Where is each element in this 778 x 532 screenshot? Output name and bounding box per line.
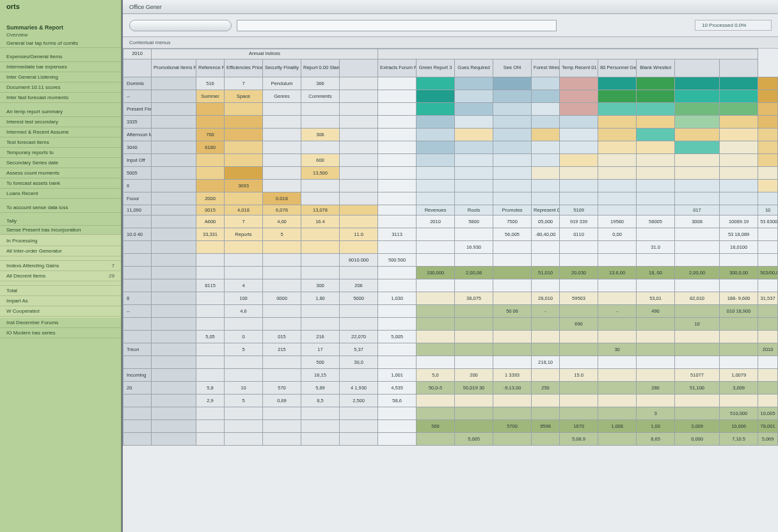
cell[interactable]	[560, 356, 598, 369]
cell[interactable]	[637, 154, 675, 167]
cell[interactable]	[196, 433, 225, 446]
cell[interactable]: Roots	[455, 205, 493, 215]
cell[interactable]	[598, 90, 637, 103]
sidebar-item[interactable]: Loans Recent	[0, 189, 121, 199]
sidebar-item[interactable]: Total	[0, 286, 121, 296]
cell[interactable]	[758, 305, 778, 318]
cell[interactable]	[675, 395, 720, 407]
cell[interactable]	[301, 305, 340, 318]
cell[interactable]	[560, 90, 598, 103]
cell[interactable]	[263, 141, 301, 154]
col-header[interactable]: See Of4	[493, 59, 532, 77]
cell[interactable]	[417, 318, 455, 331]
cell[interactable]: 5,05	[196, 331, 225, 343]
cell[interactable]	[455, 192, 493, 205]
cell[interactable]	[123, 420, 152, 433]
cell[interactable]	[720, 167, 758, 180]
cell[interactable]	[598, 331, 637, 343]
cell[interactable]: Represent 085	[532, 205, 560, 215]
cell[interactable]	[598, 116, 637, 129]
cell[interactable]	[152, 215, 196, 228]
cell[interactable]: 2,9	[196, 395, 225, 407]
cell[interactable]: 306	[301, 129, 340, 141]
cell[interactable]	[152, 343, 196, 356]
sidebar-item[interactable]: An temp report summary	[0, 107, 121, 117]
cell[interactable]	[637, 205, 675, 215]
cell[interactable]	[152, 129, 196, 141]
cell[interactable]	[455, 343, 493, 356]
cell[interactable]	[152, 228, 196, 241]
col-header[interactable]: Security Finality	[263, 59, 301, 77]
cell[interactable]	[378, 180, 417, 192]
cell[interactable]	[378, 141, 417, 154]
cell[interactable]	[560, 254, 598, 267]
cell[interactable]	[675, 279, 720, 292]
cell[interactable]	[675, 343, 720, 356]
cell[interactable]	[675, 228, 720, 241]
cell[interactable]: 3008	[675, 215, 720, 228]
cell[interactable]	[225, 318, 263, 331]
cell[interactable]: Treon	[123, 343, 152, 356]
cell[interactable]: 5000	[340, 292, 378, 305]
cell[interactable]: 015	[263, 331, 301, 343]
col-header[interactable]: Reference FOOS	[196, 59, 225, 77]
sidebar-item[interactable]: Document 10.11 scores	[0, 82, 121, 93]
cell[interactable]	[378, 167, 417, 180]
cell[interactable]	[378, 103, 417, 116]
sidebar-group-line[interactable]: General bar tap forms of comits	[0, 39, 121, 48]
cell[interactable]	[598, 433, 637, 446]
cell[interactable]	[152, 407, 196, 420]
cell[interactable]	[455, 167, 493, 180]
cell[interactable]	[225, 129, 263, 141]
cell[interactable]	[263, 369, 301, 382]
sidebar-item[interactable]: To forecast assets bank	[0, 178, 121, 189]
cell[interactable]	[637, 395, 675, 407]
cell[interactable]	[340, 154, 378, 167]
cell[interactable]	[493, 103, 532, 116]
cell[interactable]	[720, 395, 758, 407]
cell[interactable]	[340, 407, 378, 420]
cell[interactable]	[340, 116, 378, 129]
cell[interactable]	[225, 154, 263, 167]
cell[interactable]	[532, 318, 560, 331]
cell[interactable]: 7	[225, 215, 263, 228]
cell[interactable]	[675, 90, 720, 103]
row-header[interactable]: Dominis	[123, 77, 152, 90]
cell[interactable]	[598, 192, 637, 205]
col-header[interactable]: Goes Required	[455, 59, 493, 77]
cell[interactable]	[340, 305, 378, 318]
cell[interactable]	[493, 254, 532, 267]
cell[interactable]	[263, 180, 301, 192]
cell[interactable]	[417, 90, 455, 103]
cell[interactable]	[493, 331, 532, 343]
cell[interactable]	[637, 77, 675, 90]
cell[interactable]	[758, 116, 778, 129]
cell[interactable]	[455, 356, 493, 369]
cell[interactable]	[532, 192, 560, 205]
cell[interactable]: 010 18,900	[720, 305, 758, 318]
cell[interactable]	[301, 407, 340, 420]
cell[interactable]	[560, 279, 598, 292]
cell[interactable]: 2,500	[340, 395, 378, 407]
cell[interactable]: 8,5	[301, 395, 340, 407]
cell[interactable]	[758, 141, 778, 154]
cell[interactable]	[560, 103, 598, 116]
cell[interactable]: 6180	[196, 141, 225, 154]
cell[interactable]	[152, 279, 196, 292]
cell[interactable]: 18, 00	[637, 267, 675, 279]
cell[interactable]: 215	[263, 343, 301, 356]
cell[interactable]	[378, 305, 417, 318]
cell[interactable]	[196, 154, 225, 167]
cell[interactable]	[598, 254, 637, 267]
cell[interactable]	[263, 420, 301, 433]
cell[interactable]	[637, 192, 675, 205]
cell[interactable]: 10,006	[720, 420, 758, 433]
cell[interactable]: 51077	[675, 369, 720, 382]
cell[interactable]	[123, 318, 152, 331]
cell[interactable]	[532, 154, 560, 167]
cell[interactable]: 19580	[598, 215, 637, 228]
cell[interactable]	[152, 205, 196, 215]
cell[interactable]: Promotes	[493, 205, 532, 215]
cell[interactable]	[532, 395, 560, 407]
cell[interactable]	[598, 154, 637, 167]
